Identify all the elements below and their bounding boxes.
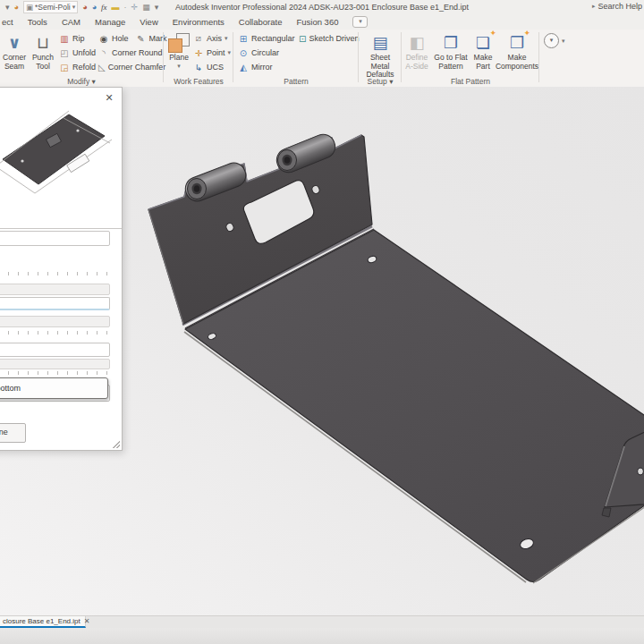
define-a-side-button[interactable]: ◧ Define A-Side (402, 31, 431, 71)
setup-group-label[interactable]: Setup ▾ (360, 77, 401, 86)
axis-label: Axis (207, 34, 222, 43)
panel-field-5[interactable] (0, 343, 110, 357)
rectangular-pattern-label: Rectangular (251, 34, 295, 43)
tab-collaborate[interactable]: Collaborate (239, 17, 283, 27)
parameters-fx-icon[interactable]: fx (101, 4, 107, 12)
mirror-label: Mirror (251, 63, 273, 72)
panel-separator (0, 228, 122, 229)
rectangular-pattern-button[interactable]: ⊞ Rectangular (238, 31, 299, 46)
document-tab-label: closure Base e1_End.ipt (3, 617, 80, 625)
refold-button[interactable]: ◲ Refold (59, 60, 98, 74)
qat-dropdown-caret-icon[interactable]: ▾ (5, 4, 10, 12)
chevron-down-icon: ▾ (72, 4, 76, 11)
make-components-button[interactable]: ❒ ✦ Make Components (496, 31, 538, 71)
ucs-button[interactable]: ↳ UCS (193, 60, 231, 74)
go-to-flat-pattern-button[interactable]: ❐ Go to Flat Pattern (431, 31, 470, 71)
ribbon-group-flat-pattern: ◧ Define A-Side ❐ Go to Flat Pattern ❏ ✦… (402, 30, 538, 87)
axis-caret-icon: ▾ (225, 35, 228, 42)
title-bar: ▾ ◕ ▣ *Semi-Poli ▾ ◕ ◕ fx ▬ · ✛ ▦ ▾ Auto… (0, 0, 644, 14)
ribbon-display-toggle[interactable]: ▾ (352, 16, 368, 28)
ribbon-group-pattern: ⊞ Rectangular ⊙ Circular ◭ Mirror ⊡ Sket… (235, 30, 357, 87)
plane-caret-icon: ▾ (177, 63, 181, 70)
corner-seam-button[interactable]: ∨ Corner Seam (0, 31, 29, 71)
corner-chamfer-button[interactable]: ◺ Corner Chamfer (98, 60, 163, 74)
make-part-button[interactable]: ❏ ✦ Make Part (470, 31, 496, 71)
new-star-icon: ✦ (524, 29, 531, 38)
pattern-group-label: Pattern (235, 77, 357, 86)
hole-button[interactable]: ◉ Hole (98, 34, 129, 44)
point-button[interactable]: ✛ Point ▾ (193, 46, 231, 60)
panel-field-4[interactable] (0, 316, 110, 327)
plane-icon (168, 33, 190, 53)
tab-environments[interactable]: Environments (173, 17, 225, 27)
corner-round-button[interactable]: ◝ Corner Round (98, 46, 163, 60)
axis-button[interactable]: ⧄ Axis ▾ (193, 31, 231, 46)
sketch-driven-button[interactable]: ⊡ Sketch Driven (299, 31, 356, 46)
document-tab-close-icon[interactable]: ✕ (84, 617, 90, 625)
mirror-icon: ◭ (238, 63, 249, 72)
quick-access-toolbar: ▾ ◕ ▣ *Semi-Poli ▾ ◕ ◕ fx ▬ · ✛ ▦ ▾ (0, 1, 158, 13)
tab-inspect-partial[interactable]: ect (2, 17, 13, 27)
done-button[interactable]: Done (0, 423, 26, 443)
measure-swatch-icon[interactable]: ▬ (112, 4, 120, 12)
modify-group-label[interactable]: Modify ▾ (0, 77, 163, 86)
panel-field-6[interactable] (0, 359, 110, 369)
panel-resize-grip[interactable] (113, 441, 120, 448)
ribbon-group-modify: ∨ Corner Seam ⊔ Punch Tool ▥ Rip ◰ Unfol… (0, 30, 163, 87)
panel-slider-ticks-3[interactable] (0, 371, 110, 375)
grid-settings-icon[interactable]: ▦ (142, 4, 150, 12)
punch-tool-icon: ⊔ (37, 32, 49, 54)
panel-field-1[interactable] (0, 231, 110, 246)
hole-icon: ◉ (98, 34, 109, 44)
unfold-label: Unfold (72, 48, 96, 57)
sheet-metal-defaults-button[interactable]: ▤ Sheet Metal Defaults (360, 31, 400, 80)
new-star-icon: ✦ (490, 29, 497, 38)
rip-label: Rip (72, 34, 85, 43)
corner-round-label: Corner Round (112, 48, 163, 57)
rip-icon: ▥ (59, 34, 70, 44)
panel-close-button[interactable]: ✕ (102, 91, 116, 105)
unfold-button[interactable]: ◰ Unfold (59, 46, 98, 60)
free-move-icon[interactable]: ✛ (131, 4, 139, 12)
sheet-metal-defaults-icon: ▤ (372, 32, 387, 54)
tab-fusion-360[interactable]: Fusion 360 (296, 17, 338, 27)
work-features-group-label: Work Features (165, 77, 233, 86)
appearance-dropdown[interactable]: ▣ *Semi-Poli ▾ (23, 1, 78, 13)
tab-cam[interactable]: CAM (62, 17, 80, 27)
material-wheel-icon[interactable]: ◕ (82, 4, 87, 12)
circular-pattern-button[interactable]: ⊙ Circular (238, 46, 299, 60)
corner-round-icon: ◝ (98, 48, 109, 58)
flat-pattern-group-label: Flat Pattern (402, 77, 538, 86)
search-help[interactable]: ▸ Search Help (592, 2, 642, 11)
appearance-wheel-icon[interactable]: ◕ (14, 4, 19, 12)
panel-tooltip: p to bottom (0, 377, 108, 399)
make-part-label: Make Part (470, 54, 496, 71)
punch-tool-button[interactable]: ⊔ Punch Tool (29, 31, 57, 71)
ribbon-overflow-caret-icon[interactable]: ▾ (562, 38, 565, 45)
point-icon: ✛ (193, 48, 204, 58)
ribbon-overflow-button[interactable]: ▾ (544, 33, 559, 48)
panel-slider-ticks-2[interactable] (0, 331, 110, 335)
tab-view[interactable]: View (140, 17, 157, 27)
plane-label: Plane (169, 54, 189, 63)
knuckle-hole (194, 185, 199, 192)
plane-button[interactable]: Plane ▾ (165, 31, 193, 69)
panel-field-2[interactable] (0, 284, 110, 295)
refold-icon: ◲ (59, 63, 70, 72)
appearance-adjust-icon[interactable]: ◕ (92, 4, 97, 12)
corner-seam-icon: ∨ (8, 32, 21, 54)
tab-tools[interactable]: Tools (28, 17, 47, 27)
flange-hole[interactable] (638, 468, 644, 475)
document-tab[interactable]: closure Base e1_End.ipt ✕ (0, 616, 86, 628)
tab-manage[interactable]: Manage (95, 17, 125, 27)
corner-chamfer-label: Corner Chamfer (108, 63, 166, 72)
panel-slider-ticks-1[interactable] (0, 272, 110, 275)
rip-button[interactable]: ▥ Rip (59, 31, 98, 46)
mirror-button[interactable]: ◭ Mirror (238, 60, 299, 74)
panel-field-3[interactable] (0, 297, 110, 310)
preview-thumbnail (0, 104, 117, 222)
qat-overflow-caret-icon[interactable]: ▾ (155, 4, 159, 12)
search-help-label: Search Help (597, 2, 642, 11)
property-panel: ✕ p to bottom Done (0, 87, 123, 451)
unfold-icon: ◰ (59, 48, 70, 58)
